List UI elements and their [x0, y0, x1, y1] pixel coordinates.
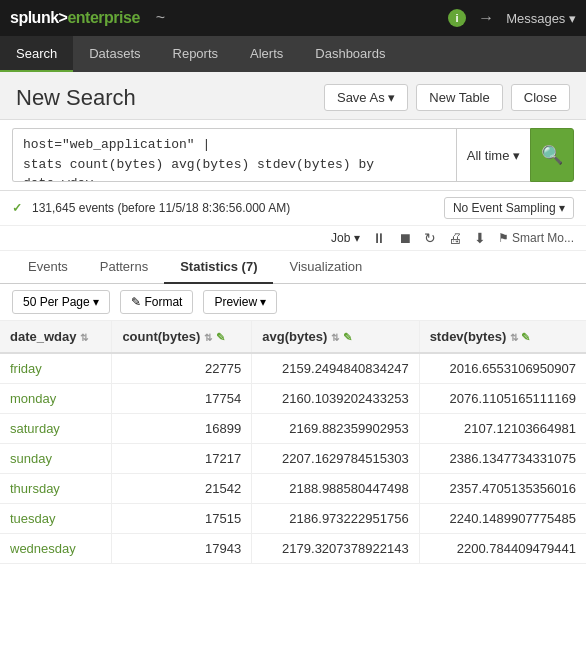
cell-avg-bytes: 2188.988580447498 — [252, 474, 419, 504]
sort-icon-stdev: ⇅ — [510, 332, 518, 343]
sort-icon-count: ⇅ — [204, 332, 212, 343]
no-sampling-label: No Event Sampling ▾ — [453, 201, 565, 215]
time-range-label: All time ▾ — [467, 148, 520, 163]
status-bar: ✓ 131,645 events (before 11/5/18 8:36:56… — [0, 191, 586, 226]
results-tabs: Events Patterns Statistics (7) Visualiza… — [0, 251, 586, 284]
results-table: date_wday ⇅ count(bytes) ⇅ ✎ avg(bytes) … — [0, 321, 586, 564]
close-button[interactable]: Close — [511, 84, 570, 111]
search-submit-button[interactable]: 🔍 — [530, 128, 574, 182]
cell-avg-bytes: 2169.882359902953 — [252, 414, 419, 444]
page-header: New Search Save As ▾ New Table Close — [0, 72, 586, 120]
per-page-dropdown[interactable]: 50 Per Page ▾ — [12, 290, 110, 314]
col-avg-bytes[interactable]: avg(bytes) ⇅ ✎ — [252, 321, 419, 353]
cell-count-bytes: 22775 — [112, 353, 252, 384]
table-row: saturday168992169.8823599029532107.12103… — [0, 414, 586, 444]
job-bar: Job ▾ ⏸ ⏹ ↻ 🖨 ⬇ ⚑ Smart Mo... — [0, 226, 586, 251]
cell-date-wday[interactable]: sunday — [0, 444, 112, 474]
smart-mode-label[interactable]: ⚑ Smart Mo... — [498, 231, 574, 245]
cell-stdev-bytes: 2240.1489907775485 — [419, 504, 586, 534]
job-label: Job ▾ — [331, 231, 360, 245]
page-title: New Search — [16, 85, 324, 111]
cell-stdev-bytes: 2200.784409479441 — [419, 534, 586, 564]
nav-search[interactable]: Search — [0, 36, 73, 72]
edit-icon-avg[interactable]: ✎ — [343, 331, 352, 343]
table-row: sunday172172207.16297845153032386.134773… — [0, 444, 586, 474]
refresh-button[interactable]: ↻ — [424, 230, 436, 246]
format-button[interactable]: ✎ Format — [120, 290, 193, 314]
top-nav: splunk>enterprise ~ i → Messages ▾ — [0, 0, 586, 36]
splunk-logo: splunk>enterprise — [10, 9, 140, 27]
search-area: host="web_application" | stats count(byt… — [0, 120, 586, 191]
cell-avg-bytes: 2159.2494840834247 — [252, 353, 419, 384]
table-row: wednesday179432179.32073789221432200.784… — [0, 534, 586, 564]
cell-stdev-bytes: 2386.1347734331075 — [419, 444, 586, 474]
new-table-button[interactable]: New Table — [416, 84, 502, 111]
info-icon[interactable]: i — [448, 9, 466, 27]
cell-count-bytes: 17217 — [112, 444, 252, 474]
no-sampling-dropdown[interactable]: No Event Sampling ▾ — [444, 197, 574, 219]
edit-icon-stdev[interactable]: ✎ — [521, 331, 530, 343]
cell-stdev-bytes: 2076.1105165111169 — [419, 384, 586, 414]
cell-stdev-bytes: 2016.6553106950907 — [419, 353, 586, 384]
secondary-nav: Search Datasets Reports Alerts Dashboard… — [0, 36, 586, 72]
tilde-icon[interactable]: ~ — [156, 9, 165, 27]
table-row: thursday215422188.9885804474982357.47051… — [0, 474, 586, 504]
nav-dashboards[interactable]: Dashboards — [299, 36, 401, 72]
download-button[interactable]: ⬇ — [474, 230, 486, 246]
logo-suffix: enterprise — [67, 9, 139, 26]
col-date-wday[interactable]: date_wday ⇅ — [0, 321, 112, 353]
cell-date-wday[interactable]: saturday — [0, 414, 112, 444]
cell-avg-bytes: 2186.973222951756 — [252, 504, 419, 534]
tab-events[interactable]: Events — [12, 251, 84, 284]
nav-datasets[interactable]: Datasets — [73, 36, 156, 72]
table-row: tuesday175152186.9732229517562240.148990… — [0, 504, 586, 534]
cell-avg-bytes: 2179.3207378922143 — [252, 534, 419, 564]
search-icon: 🔍 — [541, 144, 563, 166]
job-dropdown[interactable]: Job ▾ — [331, 231, 360, 245]
messages-button[interactable]: Messages ▾ — [506, 11, 576, 26]
tab-visualization[interactable]: Visualization — [273, 251, 378, 284]
tab-patterns[interactable]: Patterns — [84, 251, 164, 284]
table-toolbar: 50 Per Page ▾ ✎ Format Preview ▾ — [0, 284, 586, 321]
cell-date-wday[interactable]: friday — [0, 353, 112, 384]
cell-count-bytes: 17943 — [112, 534, 252, 564]
cell-date-wday[interactable]: wednesday — [0, 534, 112, 564]
cell-stdev-bytes: 2357.4705135356016 — [419, 474, 586, 504]
time-range-picker[interactable]: All time ▾ — [456, 128, 530, 182]
cell-count-bytes: 21542 — [112, 474, 252, 504]
edit-icon-count[interactable]: ✎ — [216, 331, 225, 343]
top-icons-group: i → Messages ▾ — [448, 9, 576, 27]
sort-icon-avg: ⇅ — [331, 332, 339, 343]
header-actions: Save As ▾ New Table Close — [324, 84, 570, 111]
table-row: friday227752159.24948408342472016.655310… — [0, 353, 586, 384]
table-row: monday177542160.10392024332532076.110516… — [0, 384, 586, 414]
sort-icon-date: ⇅ — [80, 332, 88, 343]
check-icon: ✓ — [12, 201, 22, 215]
nav-reports[interactable]: Reports — [157, 36, 235, 72]
table-header-row: date_wday ⇅ count(bytes) ⇅ ✎ avg(bytes) … — [0, 321, 586, 353]
print-button[interactable]: 🖨 — [448, 230, 462, 246]
forward-icon[interactable]: → — [478, 9, 494, 27]
events-count-text: 131,645 events (before 11/5/18 8:36:56.0… — [32, 201, 434, 215]
stop-button[interactable]: ⏹ — [398, 230, 412, 246]
cell-avg-bytes: 2207.1629784515303 — [252, 444, 419, 474]
col-count-bytes[interactable]: count(bytes) ⇅ ✎ — [112, 321, 252, 353]
cell-count-bytes: 17515 — [112, 504, 252, 534]
save-as-button[interactable]: Save As ▾ — [324, 84, 408, 111]
tab-statistics[interactable]: Statistics (7) — [164, 251, 273, 284]
cell-count-bytes: 17754 — [112, 384, 252, 414]
nav-alerts[interactable]: Alerts — [234, 36, 299, 72]
cell-avg-bytes: 2160.1039202433253 — [252, 384, 419, 414]
cell-count-bytes: 16899 — [112, 414, 252, 444]
preview-dropdown[interactable]: Preview ▾ — [203, 290, 277, 314]
pause-button[interactable]: ⏸ — [372, 230, 386, 246]
cell-date-wday[interactable]: tuesday — [0, 504, 112, 534]
cell-date-wday[interactable]: thursday — [0, 474, 112, 504]
search-input[interactable]: host="web_application" | stats count(byt… — [12, 128, 456, 182]
logo-brand: splunk> — [10, 9, 67, 26]
cell-date-wday[interactable]: monday — [0, 384, 112, 414]
cell-stdev-bytes: 2107.12103664981 — [419, 414, 586, 444]
col-stdev-bytes[interactable]: stdev(bytes) ⇅ ✎ — [419, 321, 586, 353]
